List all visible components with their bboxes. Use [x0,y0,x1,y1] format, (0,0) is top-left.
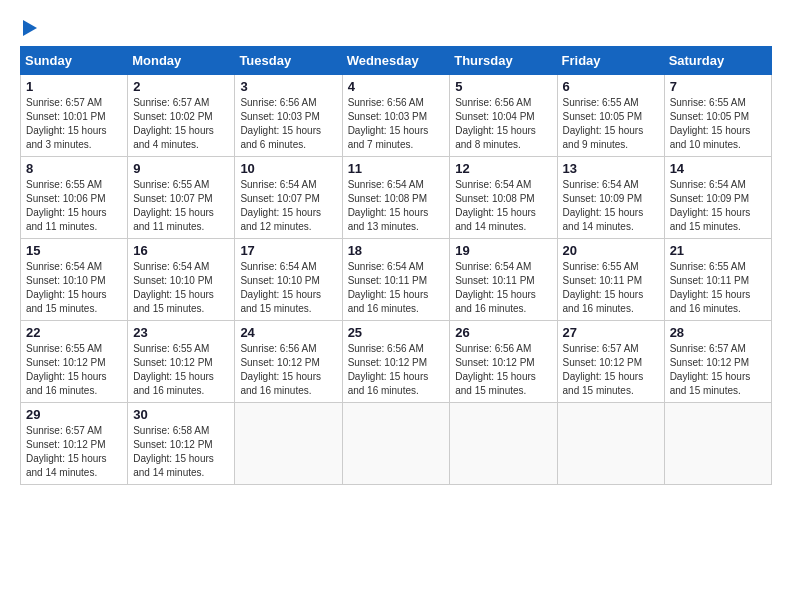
day-number: 2 [133,79,229,94]
day-number: 10 [240,161,336,176]
day-info: Sunrise: 6:56 AM Sunset: 10:12 PM Daylig… [348,342,445,398]
day-info: Sunrise: 6:54 AM Sunset: 10:10 PM Daylig… [26,260,122,316]
day-number: 27 [563,325,659,340]
day-info: Sunrise: 6:57 AM Sunset: 10:02 PM Daylig… [133,96,229,152]
calendar-cell: 14Sunrise: 6:54 AM Sunset: 10:09 PM Dayl… [664,157,771,239]
header [20,20,772,36]
calendar-week-2: 8Sunrise: 6:55 AM Sunset: 10:06 PM Dayli… [21,157,772,239]
day-info: Sunrise: 6:56 AM Sunset: 10:03 PM Daylig… [348,96,445,152]
day-number: 15 [26,243,122,258]
calendar-cell: 21Sunrise: 6:55 AM Sunset: 10:11 PM Dayl… [664,239,771,321]
day-number: 14 [670,161,766,176]
day-number: 25 [348,325,445,340]
day-number: 12 [455,161,551,176]
calendar-cell: 17Sunrise: 6:54 AM Sunset: 10:10 PM Dayl… [235,239,342,321]
calendar-cell: 24Sunrise: 6:56 AM Sunset: 10:12 PM Dayl… [235,321,342,403]
day-number: 17 [240,243,336,258]
day-number: 18 [348,243,445,258]
weekday-header-saturday: Saturday [664,47,771,75]
calendar-cell: 18Sunrise: 6:54 AM Sunset: 10:11 PM Dayl… [342,239,450,321]
calendar-cell: 16Sunrise: 6:54 AM Sunset: 10:10 PM Dayl… [128,239,235,321]
day-number: 8 [26,161,122,176]
calendar-cell: 9Sunrise: 6:55 AM Sunset: 10:07 PM Dayli… [128,157,235,239]
weekday-header-monday: Monday [128,47,235,75]
calendar-cell: 30Sunrise: 6:58 AM Sunset: 10:12 PM Dayl… [128,403,235,485]
calendar-cell: 26Sunrise: 6:56 AM Sunset: 10:12 PM Dayl… [450,321,557,403]
day-info: Sunrise: 6:55 AM Sunset: 10:11 PM Daylig… [563,260,659,316]
day-number: 21 [670,243,766,258]
day-number: 16 [133,243,229,258]
day-info: Sunrise: 6:56 AM Sunset: 10:12 PM Daylig… [240,342,336,398]
day-info: Sunrise: 6:55 AM Sunset: 10:05 PM Daylig… [563,96,659,152]
day-number: 24 [240,325,336,340]
calendar-table: SundayMondayTuesdayWednesdayThursdayFrid… [20,46,772,485]
day-number: 6 [563,79,659,94]
calendar-cell: 13Sunrise: 6:54 AM Sunset: 10:09 PM Dayl… [557,157,664,239]
day-info: Sunrise: 6:54 AM Sunset: 10:08 PM Daylig… [455,178,551,234]
day-number: 30 [133,407,229,422]
day-info: Sunrise: 6:54 AM Sunset: 10:10 PM Daylig… [133,260,229,316]
calendar-cell: 1Sunrise: 6:57 AM Sunset: 10:01 PM Dayli… [21,75,128,157]
day-info: Sunrise: 6:54 AM Sunset: 10:11 PM Daylig… [455,260,551,316]
logo [20,20,37,36]
calendar-cell: 3Sunrise: 6:56 AM Sunset: 10:03 PM Dayli… [235,75,342,157]
day-number: 26 [455,325,551,340]
day-info: Sunrise: 6:57 AM Sunset: 10:12 PM Daylig… [26,424,122,480]
day-number: 11 [348,161,445,176]
day-info: Sunrise: 6:55 AM Sunset: 10:05 PM Daylig… [670,96,766,152]
day-info: Sunrise: 6:57 AM Sunset: 10:12 PM Daylig… [563,342,659,398]
calendar-cell: 15Sunrise: 6:54 AM Sunset: 10:10 PM Dayl… [21,239,128,321]
calendar-cell: 8Sunrise: 6:55 AM Sunset: 10:06 PM Dayli… [21,157,128,239]
day-number: 9 [133,161,229,176]
calendar-cell: 23Sunrise: 6:55 AM Sunset: 10:12 PM Dayl… [128,321,235,403]
calendar-cell: 22Sunrise: 6:55 AM Sunset: 10:12 PM Dayl… [21,321,128,403]
day-info: Sunrise: 6:56 AM Sunset: 10:12 PM Daylig… [455,342,551,398]
weekday-header-thursday: Thursday [450,47,557,75]
day-number: 1 [26,79,122,94]
calendar-cell: 12Sunrise: 6:54 AM Sunset: 10:08 PM Dayl… [450,157,557,239]
weekday-header-tuesday: Tuesday [235,47,342,75]
day-info: Sunrise: 6:54 AM Sunset: 10:10 PM Daylig… [240,260,336,316]
calendar-cell [664,403,771,485]
day-number: 19 [455,243,551,258]
calendar-cell: 4Sunrise: 6:56 AM Sunset: 10:03 PM Dayli… [342,75,450,157]
calendar-cell: 11Sunrise: 6:54 AM Sunset: 10:08 PM Dayl… [342,157,450,239]
calendar-week-5: 29Sunrise: 6:57 AM Sunset: 10:12 PM Dayl… [21,403,772,485]
calendar-cell: 25Sunrise: 6:56 AM Sunset: 10:12 PM Dayl… [342,321,450,403]
calendar-cell [557,403,664,485]
day-number: 20 [563,243,659,258]
weekday-header-friday: Friday [557,47,664,75]
day-info: Sunrise: 6:57 AM Sunset: 10:01 PM Daylig… [26,96,122,152]
calendar-week-1: 1Sunrise: 6:57 AM Sunset: 10:01 PM Dayli… [21,75,772,157]
weekday-header-row: SundayMondayTuesdayWednesdayThursdayFrid… [21,47,772,75]
calendar-cell [342,403,450,485]
day-info: Sunrise: 6:54 AM Sunset: 10:09 PM Daylig… [670,178,766,234]
day-info: Sunrise: 6:58 AM Sunset: 10:12 PM Daylig… [133,424,229,480]
day-info: Sunrise: 6:56 AM Sunset: 10:04 PM Daylig… [455,96,551,152]
day-info: Sunrise: 6:55 AM Sunset: 10:12 PM Daylig… [133,342,229,398]
calendar-cell: 19Sunrise: 6:54 AM Sunset: 10:11 PM Dayl… [450,239,557,321]
calendar-week-4: 22Sunrise: 6:55 AM Sunset: 10:12 PM Dayl… [21,321,772,403]
day-number: 23 [133,325,229,340]
day-number: 13 [563,161,659,176]
calendar-cell: 5Sunrise: 6:56 AM Sunset: 10:04 PM Dayli… [450,75,557,157]
calendar-cell: 28Sunrise: 6:57 AM Sunset: 10:12 PM Dayl… [664,321,771,403]
day-info: Sunrise: 6:56 AM Sunset: 10:03 PM Daylig… [240,96,336,152]
weekday-header-wednesday: Wednesday [342,47,450,75]
calendar-week-3: 15Sunrise: 6:54 AM Sunset: 10:10 PM Dayl… [21,239,772,321]
day-info: Sunrise: 6:55 AM Sunset: 10:12 PM Daylig… [26,342,122,398]
day-number: 22 [26,325,122,340]
logo-arrow-icon [23,20,37,36]
calendar-cell: 6Sunrise: 6:55 AM Sunset: 10:05 PM Dayli… [557,75,664,157]
day-info: Sunrise: 6:55 AM Sunset: 10:06 PM Daylig… [26,178,122,234]
day-info: Sunrise: 6:54 AM Sunset: 10:08 PM Daylig… [348,178,445,234]
calendar-cell: 20Sunrise: 6:55 AM Sunset: 10:11 PM Dayl… [557,239,664,321]
calendar-cell: 10Sunrise: 6:54 AM Sunset: 10:07 PM Dayl… [235,157,342,239]
day-info: Sunrise: 6:54 AM Sunset: 10:11 PM Daylig… [348,260,445,316]
day-info: Sunrise: 6:57 AM Sunset: 10:12 PM Daylig… [670,342,766,398]
day-number: 29 [26,407,122,422]
calendar-cell: 7Sunrise: 6:55 AM Sunset: 10:05 PM Dayli… [664,75,771,157]
day-number: 28 [670,325,766,340]
day-number: 4 [348,79,445,94]
calendar-cell: 27Sunrise: 6:57 AM Sunset: 10:12 PM Dayl… [557,321,664,403]
